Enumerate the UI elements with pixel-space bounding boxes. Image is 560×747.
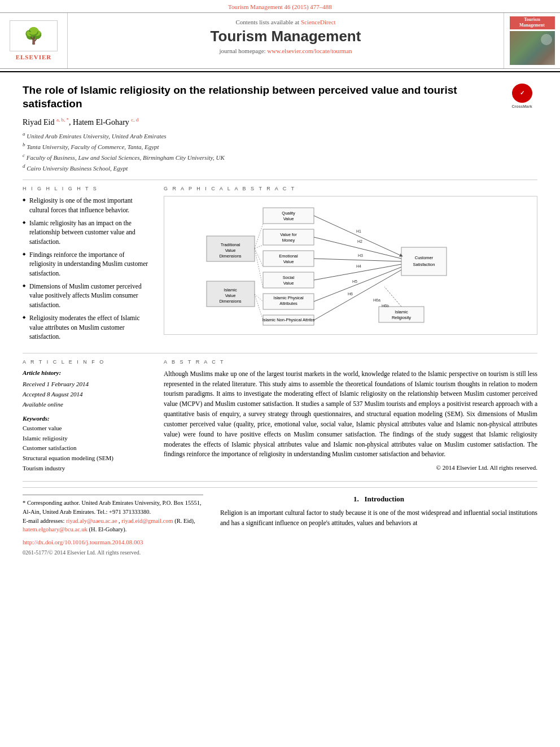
intro-section-title: 1. Introduction <box>220 495 537 504</box>
affiliation-c: c Faculty of Business, Law and Social Sc… <box>23 152 537 162</box>
highlights-title: H I G H L I G H T S <box>23 186 152 191</box>
keywords-label: Keywords: <box>23 415 152 422</box>
footer-right: 1. Introduction Religion is an important… <box>220 495 537 557</box>
keywords-list: Customer value Islamic religiosity Custo… <box>23 423 152 473</box>
svg-rect-25 <box>401 247 447 276</box>
homepage-line: journal homepage: www.elsevier.com/locat… <box>79 47 492 54</box>
elsevier-name: ELSEVIER <box>16 54 52 60</box>
keyword-item: Customer satisfaction <box>23 443 152 453</box>
highlight-item: Findings reinforce the importance of rel… <box>23 250 152 278</box>
journal-thumbnail: TourismManagement <box>504 13 560 68</box>
highlights-abstract-section: H I G H L I G H T S Religiosity is one o… <box>23 186 537 344</box>
keyword-item: Structural equation modeling (SEM) <box>23 453 152 464</box>
svg-text:Dimensions: Dimensions <box>219 254 241 259</box>
diagram-svg: Traditional Value Dimensions Islamic Val… <box>170 202 531 326</box>
svg-line-43 <box>255 224 263 248</box>
email-link-2[interactable]: riyad.eid@gmail.com <box>121 518 173 524</box>
paper-title-text: The role of Islamic religiosity on the r… <box>23 84 457 110</box>
highlights-col: H I G H L I G H T S Religiosity is one o… <box>23 186 152 344</box>
svg-text:Value: Value <box>225 248 236 253</box>
abstract-paragraph: Although Muslims make up one of the larg… <box>164 369 537 460</box>
abstract-text: Although Muslims make up one of the larg… <box>164 369 537 473</box>
journal-center: Contents lists available at ScienceDirec… <box>68 13 504 68</box>
svg-text:Quality: Quality <box>282 211 295 216</box>
journal-title: Tourism Management <box>79 28 492 45</box>
svg-text:Islamic Non-Physical Attribs: Islamic Non-Physical Attribs <box>262 317 315 322</box>
svg-text:Islamic: Islamic <box>395 309 408 314</box>
author-2: Hatem El-Gohary c, d <box>73 118 138 126</box>
svg-text:Value: Value <box>283 216 294 221</box>
svg-line-45 <box>255 248 263 267</box>
svg-line-33 <box>314 259 401 261</box>
elsevier-logo: 🌳 ELSEVIER <box>0 13 68 68</box>
svg-text:Emotional: Emotional <box>279 254 298 259</box>
svg-text:H6: H6 <box>348 292 353 296</box>
abstract-col: A B S T R A C T Although Muslims make up… <box>164 359 537 473</box>
svg-text:H6a: H6a <box>373 298 380 302</box>
history-label: Article history: <box>23 368 152 378</box>
affiliation-b: b Tanta University, Faculty of Commerce,… <box>23 141 537 151</box>
article-history: Article history: Received 1 February 201… <box>23 368 152 409</box>
email-link-3[interactable]: hatem.elgohary@bcu.ac.uk <box>23 526 88 532</box>
svg-text:H6b: H6b <box>382 304 389 308</box>
svg-text:H4: H4 <box>356 264 361 268</box>
email-addresses: E-mail addresses: riyad.aly@uaeu.ac.ae ,… <box>23 517 203 535</box>
thumb-image <box>510 31 555 65</box>
divider-3 <box>23 481 537 482</box>
corresponding-text: * Corresponding author. United Arab Emir… <box>23 499 203 517</box>
crossmark[interactable]: ✓ CrossMark <box>506 84 537 109</box>
highlight-item: Dimensions of Muslim customer perceived … <box>23 282 152 310</box>
svg-text:H5: H5 <box>352 279 357 283</box>
available-date: Available online <box>23 400 152 410</box>
doi-link[interactable]: http://dx.doi.org/10.1016/j.tourman.2014… <box>23 539 143 545</box>
svg-text:Money: Money <box>282 238 295 243</box>
homepage-link[interactable]: www.elsevier.com/locate/tourman <box>267 47 352 54</box>
svg-text:Dimensions: Dimensions <box>219 299 241 304</box>
svg-text:Religiosity: Religiosity <box>392 315 411 320</box>
issn-line: 0261-5177/© 2014 Elsevier Ltd. All right… <box>23 548 203 557</box>
footer-left: * Corresponding author. United Arab Emir… <box>23 495 203 557</box>
svg-line-47 <box>255 294 263 302</box>
paper-footer: * Corresponding author. United Arab Emir… <box>23 487 537 557</box>
svg-text:Islamic Physical: Islamic Physical <box>273 295 304 300</box>
svg-text:H2: H2 <box>357 239 362 243</box>
author-1: Riyad Eid a, b, * <box>23 118 69 126</box>
elsevier-tree-icon: 🌳 <box>24 27 43 45</box>
thumb-label: TourismManagement <box>510 16 555 29</box>
corresponding-note: * Corresponding author. United Arab Emir… <box>23 495 203 534</box>
svg-line-44 <box>255 245 263 248</box>
svg-text:Traditional: Traditional <box>221 242 240 247</box>
keyword-item: Customer value <box>23 423 152 434</box>
paper-content: The role of Islamic religiosity on the r… <box>0 75 560 566</box>
svg-text:Satisfaction: Satisfaction <box>413 262 435 267</box>
sciencedirect-link[interactable]: ScienceDirect <box>301 19 336 25</box>
email-note-1: (R. Eid), <box>174 518 195 524</box>
accepted-date: Accepted 8 August 2014 <box>23 390 152 400</box>
received-date: Received 1 February 2014 <box>23 379 152 390</box>
svg-line-31 <box>314 216 401 256</box>
svg-text:H3: H3 <box>358 254 363 257</box>
affiliations: a United Arab Emirates University, Unite… <box>23 130 537 173</box>
affiliation-d: d Cairo University Business School, Egyp… <box>23 163 537 173</box>
svg-line-46 <box>255 248 263 288</box>
doi-line[interactable]: http://dx.doi.org/10.1016/j.tourman.2014… <box>23 538 203 547</box>
copyright-line: © 2014 Elsevier Ltd. All rights reserved… <box>164 463 537 473</box>
graphical-abstract-diagram: Traditional Value Dimensions Islamic Val… <box>164 196 537 335</box>
logo-image: 🌳 <box>10 20 58 51</box>
email-note-3: (H. El-Gohary). <box>89 526 127 532</box>
journal-title-row: 🌳 ELSEVIER Contents lists available at S… <box>0 12 560 69</box>
email-link-1[interactable]: riyad.aly@uaeu.ac.ae <box>66 518 117 524</box>
divider-2 <box>23 353 537 353</box>
svg-text:Islamic: Islamic <box>224 287 237 292</box>
journal-header: Tourism Management 46 (2015) 477–488 🌳 E… <box>0 0 560 72</box>
highlight-item: Religiosity moderates the effect of Isla… <box>23 313 152 342</box>
journal-ref: Tourism Management 46 (2015) 477–488 <box>228 3 332 10</box>
journal-ref-bar: Tourism Management 46 (2015) 477–488 <box>0 0 560 12</box>
article-info-col: A R T I C L E I N F O Article history: R… <box>23 359 152 473</box>
crossmark-icon: ✓ <box>512 84 532 103</box>
highlights-list: Religiosity is one of the most important… <box>23 196 152 341</box>
highlight-item: Islamic religiosity has an impact on the… <box>23 219 152 247</box>
svg-line-48 <box>255 294 263 320</box>
intro-paragraph: Religion is an important cultural factor… <box>220 508 537 528</box>
keyword-item: Islamic religiosity <box>23 434 152 444</box>
